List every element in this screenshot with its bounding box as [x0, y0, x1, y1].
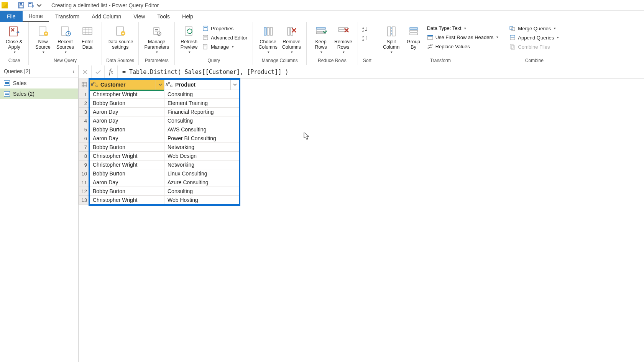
sort-asc-button[interactable]: AZ [362, 26, 368, 32]
cell-product[interactable]: Linux Consulting [164, 169, 239, 178]
qat-dropdown[interactable] [36, 1, 42, 10]
table-row[interactable]: 2Bobby BurtonElement Training [79, 99, 239, 108]
svg-rect-2 [19, 6, 23, 8]
manage-parameters-icon [150, 25, 164, 38]
enter-data-button[interactable]: Enter Data [76, 24, 99, 51]
close-apply-icon [7, 25, 21, 38]
cell-product[interactable]: Element Training [164, 99, 239, 108]
row-number: 2 [79, 99, 90, 108]
query-item[interactable]: Sales [0, 78, 78, 88]
append-queries-button[interactable]: Append Queries▾ [508, 34, 560, 41]
headers-icon [427, 34, 433, 40]
group-by-button[interactable]: Group By [402, 24, 425, 51]
table-row[interactable]: 3Aaron DayFinancial Reporting [79, 108, 239, 116]
first-row-headers-button[interactable]: Use First Row as Headers▾ [426, 33, 500, 41]
cell-customer[interactable]: Bobby Burton [90, 125, 164, 134]
cell-product[interactable]: Consulting [164, 187, 239, 196]
cell-product[interactable]: Consulting [164, 90, 239, 99]
svg-rect-26 [203, 44, 207, 49]
ribbon-group-combine: Merge Queries▾ Append Queries▾ Combine F… [504, 22, 564, 65]
save-as-icon[interactable] [26, 1, 36, 10]
tab-view[interactable]: View [127, 11, 151, 22]
cell-customer[interactable]: Aaron Day [90, 134, 164, 143]
svg-rect-57 [511, 46, 514, 49]
properties-button[interactable]: Properties [201, 25, 249, 32]
cell-product[interactable]: Azure Consulting [164, 178, 239, 187]
formula-text[interactable]: = Table.Distinct( Sales[[Customer], [Pro… [118, 69, 644, 75]
table-row[interactable]: 7Bobby BurtonNetworking [79, 143, 239, 152]
formula-cancel-button[interactable] [79, 66, 92, 79]
svg-rect-1 [20, 3, 22, 5]
close-and-apply-button[interactable]: Close & Apply▾ [3, 24, 25, 55]
column-header[interactable]: ABCCustomer [90, 79, 164, 90]
column-filter-button[interactable] [230, 79, 239, 90]
tab-home[interactable]: Home [23, 11, 49, 22]
ribbon: Close & Apply▾ Close New Source▾ Recent … [0, 22, 644, 65]
row-number: 4 [79, 116, 90, 125]
data-source-settings-button[interactable]: Data source settings [105, 24, 135, 51]
data-grid[interactable]: ABCCustomerABCProduct1Christopher Wright… [79, 79, 239, 205]
tab-add-column[interactable]: Add Column [85, 11, 127, 22]
cell-customer[interactable]: Christopher Wright [90, 196, 164, 205]
cell-product[interactable]: Power BI Consulting [164, 134, 239, 143]
remove-rows-button[interactable]: Remove Rows▾ [332, 24, 355, 55]
column-filter-button[interactable] [156, 79, 164, 90]
tab-tools[interactable]: Tools [151, 11, 176, 22]
svg-rect-47 [410, 33, 417, 35]
cell-customer[interactable]: Bobby Burton [90, 143, 164, 152]
cell-product[interactable]: Networking [164, 161, 239, 169]
table-row[interactable]: 13Christopher WrightWeb Hosting [79, 196, 239, 205]
cell-product[interactable]: Financial Reporting [164, 108, 239, 116]
table-row[interactable]: 12Bobby BurtonConsulting [79, 187, 239, 196]
table-corner[interactable] [79, 79, 90, 90]
table-row[interactable]: 5Bobby BurtonAWS Consulting [79, 125, 239, 134]
cell-customer[interactable]: Aaron Day [90, 116, 164, 125]
cell-customer[interactable]: Christopher Wright [90, 161, 164, 169]
cell-customer[interactable]: Christopher Wright [90, 152, 164, 161]
cell-product[interactable]: Web Design [164, 152, 239, 161]
cell-customer[interactable]: Aaron Day [90, 108, 164, 116]
tab-file[interactable]: File [0, 11, 23, 22]
manage-query-button[interactable]: Manage▾ [201, 43, 249, 51]
query-item[interactable]: Sales (2) [0, 88, 78, 99]
data-type-button[interactable]: Data Type: Text▾ [426, 25, 500, 32]
table-row[interactable]: 4Aaron DayConsulting [79, 116, 239, 125]
replace-values-button[interactable]: 12 Replace Values [426, 43, 500, 50]
new-source-button[interactable]: New Source▾ [32, 24, 54, 55]
refresh-preview-button[interactable]: Refresh Preview▾ [178, 24, 200, 55]
keep-rows-button[interactable]: Keep Rows▾ [310, 24, 332, 55]
formula-fx-button[interactable]: fx [105, 66, 118, 79]
recent-sources-button[interactable]: Recent Sources▾ [54, 24, 76, 55]
table-row[interactable]: 10Bobby BurtonLinux Consulting [79, 169, 239, 178]
formula-confirm-button[interactable] [92, 66, 105, 79]
replace-icon: 12 [427, 43, 433, 49]
split-column-button[interactable]: Split Column▾ [380, 24, 402, 55]
table-icon [4, 80, 10, 86]
collapse-pane-icon[interactable]: ‹ [72, 68, 74, 74]
column-header[interactable]: ABCProduct [164, 79, 239, 90]
cell-customer[interactable]: Christopher Wright [90, 90, 164, 99]
remove-columns-button[interactable]: Remove Columns▾ [280, 24, 303, 55]
table-row[interactable]: 9Christopher WrightNetworking [79, 161, 239, 169]
cell-product[interactable]: Consulting [164, 116, 239, 125]
choose-columns-button[interactable]: Choose Columns▾ [256, 24, 279, 55]
cell-product[interactable]: Web Hosting [164, 196, 239, 205]
table-row[interactable]: 6Aaron DayPower BI Consulting [79, 134, 239, 143]
advanced-editor-button[interactable]: Advanced Editor [201, 34, 249, 41]
cell-product[interactable]: AWS Consulting [164, 125, 239, 134]
cell-customer[interactable]: Bobby Burton [90, 99, 164, 108]
cell-customer[interactable]: Aaron Day [90, 178, 164, 187]
combine-files-button[interactable]: Combine Files [508, 43, 560, 51]
table-row[interactable]: 8Christopher WrightWeb Design [79, 152, 239, 161]
sort-desc-button[interactable]: ZA [362, 35, 368, 41]
tab-help[interactable]: Help [176, 11, 199, 22]
manage-parameters-button[interactable]: Manage Parameters▾ [142, 24, 171, 55]
table-row[interactable]: 11Aaron DayAzure Consulting [79, 178, 239, 187]
save-icon[interactable] [16, 1, 26, 10]
merge-queries-button[interactable]: Merge Queries▾ [508, 25, 560, 32]
cell-customer[interactable]: Bobby Burton [90, 169, 164, 178]
cell-product[interactable]: Networking [164, 143, 239, 152]
table-row[interactable]: 1Christopher WrightConsulting [79, 90, 239, 99]
tab-transform[interactable]: Transform [49, 11, 85, 22]
cell-customer[interactable]: Bobby Burton [90, 187, 164, 196]
